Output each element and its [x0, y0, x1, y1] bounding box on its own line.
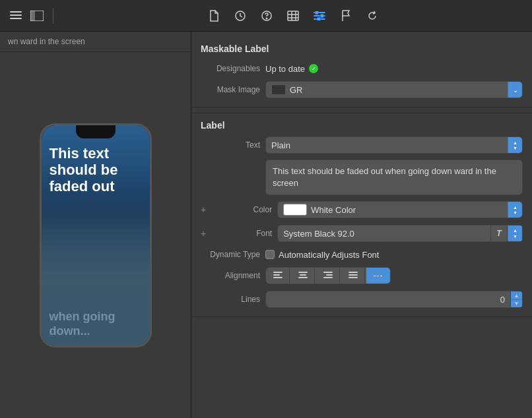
color-swatch	[283, 204, 307, 216]
font-T-icon[interactable]: T	[490, 225, 508, 241]
color-dropdown[interactable]: White Color ▲ ▼	[277, 201, 523, 218]
font-down-icon: ▼	[513, 234, 517, 239]
svg-point-16	[315, 11, 319, 15]
svg-point-7	[266, 18, 267, 19]
sliders-icon[interactable]	[312, 8, 327, 24]
lines-increment-button[interactable]: ▲	[511, 291, 522, 300]
svg-rect-22	[273, 277, 283, 278]
up-to-date-text: Up to date	[265, 64, 305, 74]
dynamic-type-checkbox[interactable]	[265, 250, 275, 259]
dynamic-type-checkbox-area: Automatically Adjusts Font	[265, 250, 379, 260]
svg-rect-23	[298, 272, 308, 273]
file-icon[interactable]	[206, 8, 222, 24]
font-dropdown[interactable]: System Black 92.0 T ▲ ▼	[277, 225, 523, 242]
font-stepper[interactable]: ▲ ▼	[508, 225, 522, 241]
alignment-label: Alignment	[201, 271, 260, 280]
dynamic-type-label: Dynamic Type	[201, 250, 260, 259]
text-type-value: Plain ▲ ▼	[265, 136, 523, 154]
phone-faded-text: when going down...	[50, 310, 145, 338]
label-section-title: Label	[191, 113, 532, 133]
designables-label: Designables	[201, 64, 260, 73]
svg-rect-29	[349, 272, 358, 273]
text-type-text: Plain	[271, 140, 290, 150]
align-left-button[interactable]	[266, 268, 290, 284]
lines-number: 0	[266, 295, 510, 305]
svg-rect-20	[273, 272, 283, 273]
text-type-row: Text Plain ▲ ▼	[191, 133, 532, 157]
left-panel: wn ward in the screen This text should b…	[0, 32, 191, 418]
lines-decrement-button[interactable]: ▼	[511, 300, 522, 308]
color-label: Color	[213, 205, 272, 214]
svg-rect-21	[273, 274, 280, 276]
lines-input[interactable]: 0 ▲ ▼	[265, 291, 523, 308]
status-badge: Up to date ✓	[265, 64, 318, 74]
dynamic-type-text: Automatically Adjusts Font	[279, 250, 379, 260]
chevron-down-icon: ⌄	[513, 86, 518, 94]
designables-value: Up to date ✓	[265, 64, 523, 74]
breadcrumb: wn ward in the screen	[0, 32, 191, 52]
phone-preview-area: This text should be faded out when going…	[0, 52, 191, 418]
svg-rect-4	[30, 11, 35, 21]
lines-label: Lines	[201, 295, 260, 304]
mask-image-content: GR	[266, 84, 508, 95]
alignment-group: ---	[265, 267, 391, 284]
font-label: Font	[213, 229, 272, 238]
align-dash-button[interactable]: ---	[366, 268, 390, 284]
help-icon[interactable]	[259, 8, 275, 24]
dynamic-type-row: Dynamic Type Automatically Adjusts Font	[191, 245, 532, 264]
toolbar-left	[8, 8, 53, 24]
color-content: White Color	[278, 204, 508, 216]
align-right-button[interactable]	[316, 268, 340, 284]
color-plus-icon[interactable]: +	[201, 204, 206, 215]
color-value: White Color ▲ ▼	[277, 201, 523, 218]
font-text: System Black 92.0	[283, 229, 354, 239]
svg-rect-25	[298, 277, 308, 278]
svg-rect-2	[10, 18, 22, 19]
phone-screen: This text should be faded out when going…	[42, 125, 150, 345]
font-content: System Black 92.0	[278, 229, 490, 239]
main-area: wn ward in the screen This text should b…	[0, 32, 532, 418]
lines-value: 0 ▲ ▼	[265, 291, 523, 308]
chevron-up-icon: ▲	[513, 140, 517, 145]
phone-notch	[76, 125, 116, 138]
flag-icon[interactable]	[338, 8, 354, 24]
text-label: Text	[201, 140, 260, 150]
svg-rect-26	[323, 272, 333, 273]
history-icon[interactable]	[232, 8, 248, 24]
chevron-up-icon: ▲	[513, 205, 517, 210]
mask-image-text: GR	[290, 85, 303, 95]
svg-rect-27	[326, 274, 333, 276]
svg-point-17	[320, 14, 324, 18]
svg-rect-31	[349, 277, 358, 278]
text-type-stepper[interactable]: ▲ ▼	[508, 137, 522, 153]
toolbar	[0, 0, 532, 32]
right-panel: Maskable Label Designables Up to date ✓ …	[191, 32, 532, 418]
maskable-label-section: Maskable Label Designables Up to date ✓ …	[191, 32, 532, 107]
mask-image-row: Mask Image GR ⌄	[191, 78, 532, 102]
list-icon[interactable]	[8, 8, 24, 24]
phone-frame: This text should be faded out when going…	[40, 123, 152, 347]
font-value: System Black 92.0 T ▲ ▼	[277, 225, 523, 242]
lines-row: Lines 0 ▲ ▼	[191, 287, 532, 311]
color-text: White Color	[311, 205, 356, 215]
align-center-button[interactable]	[291, 268, 315, 284]
align-justify-button[interactable]	[341, 268, 365, 284]
svg-rect-28	[323, 277, 333, 278]
mask-image-dropdown[interactable]: GR ⌄	[265, 81, 523, 98]
color-row: + Color White Color ▲ ▼	[191, 198, 532, 222]
label-section: Label Text Plain ▲ ▼ T	[191, 107, 532, 317]
designables-row: Designables Up to date ✓	[191, 59, 532, 78]
mask-image-arrow[interactable]: ⌄	[508, 82, 522, 98]
text-type-dropdown[interactable]: Plain ▲ ▼	[265, 136, 523, 154]
svg-rect-8	[288, 11, 298, 20]
refresh-icon[interactable]	[364, 8, 380, 24]
font-plus-icon[interactable]: +	[201, 228, 206, 239]
svg-rect-24	[300, 274, 306, 276]
text-content-preview[interactable]: This text should be faded out when going…	[265, 160, 523, 195]
lines-stepper: ▲ ▼	[510, 291, 522, 307]
grid-icon[interactable]	[285, 8, 301, 24]
maskable-label-title: Maskable Label	[191, 37, 532, 59]
sidebar-icon[interactable]	[29, 8, 45, 24]
mask-image-value: GR ⌄	[265, 81, 523, 98]
color-stepper[interactable]: ▲ ▼	[508, 202, 522, 218]
